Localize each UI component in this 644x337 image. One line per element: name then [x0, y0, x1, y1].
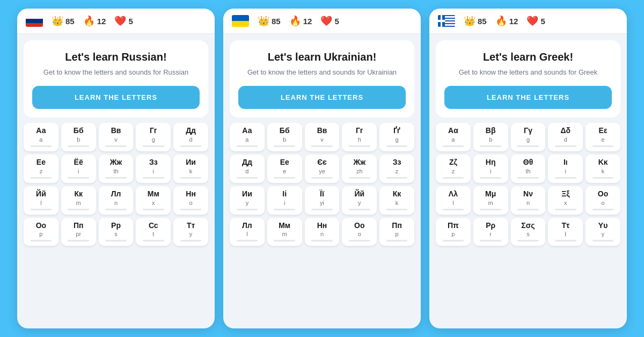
letter-card[interactable]: Οοo — [586, 186, 620, 215]
letter-card[interactable]: Ττt — [548, 218, 583, 246]
letter-card[interactable]: Ииk — [173, 155, 208, 183]
letter-progress-bar — [68, 209, 89, 210]
crown-value: 85 — [65, 17, 75, 26]
letter-card[interactable]: Ооo — [342, 218, 377, 246]
letter-card[interactable]: Ззi — [136, 155, 171, 183]
letter-card[interactable]: Μμm — [473, 186, 508, 215]
letter-progress-bar — [480, 240, 501, 241]
letter-main: Ξξ — [561, 189, 569, 199]
letter-main: Μμ — [485, 189, 496, 199]
letter-card[interactable]: Ттy — [173, 218, 208, 246]
letter-card[interactable]: Ρρr — [473, 218, 508, 246]
learn-letters-button[interactable]: LEARN THE LETTERS — [32, 86, 200, 109]
letter-card[interactable]: Ппpr — [61, 218, 96, 246]
letter-card[interactable]: Ееz — [24, 155, 58, 183]
stat-heart: ❤️5 — [320, 15, 339, 27]
letter-card[interactable]: Ξξx — [548, 186, 583, 215]
learn-letters-button[interactable]: LEARN THE LETTERS — [238, 86, 406, 109]
letter-card[interactable]: Ккm — [61, 186, 96, 215]
learn-letters-button[interactable]: LEARN THE LETTERS — [444, 86, 612, 109]
letters-grid: АаaБбbВвvГгhҐґgДдdЕеeЄєyeЖжzhЗзzИиyІіiЇї… — [223, 118, 421, 328]
letter-card[interactable]: Ааa — [230, 123, 265, 151]
letter-card[interactable]: Ннo — [173, 186, 208, 215]
letter-card[interactable]: Ππp — [436, 218, 471, 246]
letter-card[interactable]: Ббb — [61, 123, 96, 151]
letter-card[interactable]: Ннn — [305, 218, 340, 246]
letter-sub: l — [40, 200, 41, 206]
letter-card[interactable]: Ммm — [267, 218, 302, 246]
letters-row: ЕеzЁёiЖжthЗзiИиk — [24, 155, 208, 183]
letter-card[interactable]: Ввv — [305, 123, 340, 151]
letter-progress-bar — [68, 240, 89, 241]
letter-progress-bar — [68, 177, 89, 179]
letter-progress-bar — [517, 209, 539, 210]
letter-card[interactable]: Ηηi — [473, 155, 508, 183]
letter-card[interactable]: Υυy — [586, 218, 620, 246]
letter-card[interactable]: Ддd — [230, 155, 265, 183]
main-content: Let's learn Russian!Get to know the lett… — [24, 40, 208, 118]
letter-card[interactable]: Жжth — [99, 155, 134, 183]
letter-card[interactable]: Жжzh — [342, 155, 377, 183]
letter-card[interactable]: Ееe — [267, 155, 302, 183]
letter-main: Зз — [393, 158, 401, 167]
letter-card[interactable]: Ζζz — [436, 155, 471, 183]
letter-card[interactable]: Ййl — [24, 186, 58, 215]
letter-card[interactable]: Ννn — [511, 186, 546, 215]
letter-main: Дд — [242, 158, 252, 167]
letter-progress-bar — [68, 145, 89, 147]
stat-fire: 🔥12 — [289, 15, 312, 27]
letter-sub: p — [451, 231, 455, 237]
letter-progress-bar — [237, 209, 258, 210]
letter-card[interactable]: Ооp — [24, 218, 58, 246]
letter-main: Ее — [280, 158, 289, 167]
letter-card[interactable]: Ппp — [379, 218, 414, 246]
letter-main: Εε — [599, 126, 608, 135]
letter-card[interactable]: Ёёi — [61, 155, 96, 183]
letter-card[interactable]: Ιιi — [548, 155, 583, 183]
letter-card[interactable]: Ґґg — [379, 123, 414, 151]
letter-card[interactable]: Їїyi — [305, 186, 340, 215]
letter-card[interactable]: Ііi — [267, 186, 302, 215]
letter-card[interactable]: Ввv — [99, 123, 134, 151]
letter-progress-bar — [105, 177, 127, 179]
letter-progress-bar — [237, 145, 258, 147]
letter-card[interactable]: Ггh — [342, 123, 377, 151]
letter-card[interactable]: Ккk — [379, 186, 414, 215]
letter-card[interactable]: Θθth — [511, 155, 546, 183]
letter-card[interactable]: Ииy — [230, 186, 265, 215]
letter-main: Ηη — [486, 158, 496, 167]
letter-card[interactable]: Ββb — [473, 123, 508, 151]
letter-card[interactable]: Ддd — [173, 123, 208, 151]
letter-card[interactable]: Δδd — [548, 123, 583, 151]
fire-icon: 🔥 — [289, 15, 301, 27]
letter-card[interactable]: Ййy — [342, 186, 377, 215]
letter-card[interactable]: Εεe — [586, 123, 620, 151]
letter-card[interactable]: Ггg — [136, 123, 171, 151]
letter-card[interactable]: Ббb — [267, 123, 302, 151]
letter-main: Ии — [186, 158, 196, 167]
letter-sub: a — [39, 136, 42, 143]
main-subtitle: Get to know the letters and sounds for G… — [459, 68, 598, 77]
letter-main: Ττ — [561, 221, 569, 230]
letter-card[interactable]: Ссt — [136, 218, 171, 246]
letter-card[interactable]: Ααa — [436, 123, 471, 151]
top-bar: 👑85🔥12❤️5 — [429, 9, 627, 34]
letter-card[interactable]: Σσςs — [511, 218, 546, 246]
letter-card[interactable]: Ззz — [379, 155, 414, 183]
letter-card[interactable]: Ррs — [99, 218, 134, 246]
letter-card[interactable]: Γγg — [511, 123, 546, 151]
letter-sub: v — [114, 136, 118, 143]
letter-card[interactable]: Ллn — [99, 186, 134, 215]
letter-card[interactable]: Єєye — [305, 155, 340, 183]
letter-card[interactable]: Λλl — [436, 186, 471, 215]
letter-card[interactable]: Ааa — [24, 123, 58, 151]
letter-main: Рр — [111, 221, 121, 230]
letter-progress-bar — [592, 145, 614, 147]
letter-card[interactable]: Κκk — [586, 155, 620, 183]
letter-progress-bar — [31, 209, 52, 210]
letters-row: ΑαaΒβbΓγgΔδdΕεe — [436, 123, 620, 151]
letters-row: ЙйlКкmЛлnМмxНнo — [24, 186, 208, 215]
letter-card[interactable]: Ллl — [230, 218, 265, 246]
letter-progress-bar — [443, 209, 464, 210]
letter-card[interactable]: Ммx — [136, 186, 171, 215]
